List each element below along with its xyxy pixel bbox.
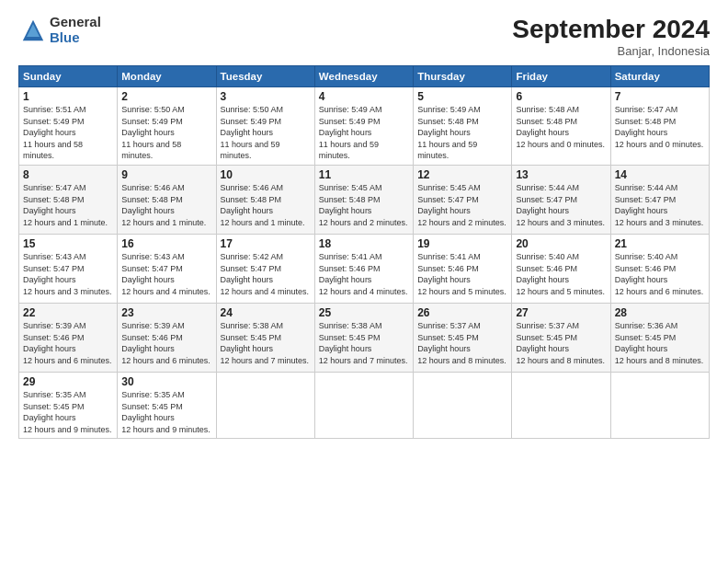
title-block: September 2024 Banjar, Indonesia [512, 15, 710, 58]
table-row: 30 Sunrise: 5:35 AMSunset: 5:45 PMDaylig… [118, 372, 216, 438]
day-info: Sunrise: 5:40 AMSunset: 5:46 PMDaylight … [615, 251, 705, 297]
day-info: Sunrise: 5:47 AMSunset: 5:48 PMDaylight … [23, 182, 113, 228]
day-info: Sunrise: 5:47 AMSunset: 5:48 PMDaylight … [615, 104, 705, 150]
table-row: 11 Sunrise: 5:45 AMSunset: 5:48 PMDaylig… [314, 165, 413, 234]
table-row: 4 Sunrise: 5:49 AMSunset: 5:49 PMDayligh… [314, 87, 413, 166]
day-number: 7 [615, 90, 705, 103]
month-title: September 2024 [512, 15, 710, 44]
day-number: 11 [319, 168, 409, 181]
table-row: 17 Sunrise: 5:42 AMSunset: 5:47 PMDaylig… [216, 234, 314, 303]
table-row: 14 Sunrise: 5:44 AMSunset: 5:47 PMDaylig… [610, 165, 709, 234]
day-info: Sunrise: 5:41 AMSunset: 5:46 PMDaylight … [319, 251, 409, 297]
table-row [314, 372, 413, 438]
table-row: 21 Sunrise: 5:40 AMSunset: 5:46 PMDaylig… [610, 234, 709, 303]
day-info: Sunrise: 5:42 AMSunset: 5:47 PMDaylight … [221, 251, 311, 297]
table-row: 13 Sunrise: 5:44 AMSunset: 5:47 PMDaylig… [512, 165, 610, 234]
day-number: 29 [23, 375, 113, 388]
table-row: 6 Sunrise: 5:48 AMSunset: 5:48 PMDayligh… [512, 87, 610, 166]
day-number: 6 [516, 90, 606, 103]
day-info: Sunrise: 5:35 AMSunset: 5:45 PMDaylight … [121, 389, 211, 435]
col-wednesday: Wednesday [314, 66, 413, 87]
day-info: Sunrise: 5:50 AMSunset: 5:49 PMDaylight … [221, 104, 311, 162]
day-info: Sunrise: 5:43 AMSunset: 5:47 PMDaylight … [23, 251, 113, 297]
col-saturday: Saturday [610, 66, 709, 87]
day-info: Sunrise: 5:49 AMSunset: 5:49 PMDaylight … [319, 104, 409, 162]
day-number: 20 [516, 237, 606, 250]
day-info: Sunrise: 5:37 AMSunset: 5:45 PMDaylight … [516, 320, 606, 366]
table-row: 3 Sunrise: 5:50 AMSunset: 5:49 PMDayligh… [216, 87, 314, 166]
day-info: Sunrise: 5:50 AMSunset: 5:49 PMDaylight … [121, 104, 211, 162]
day-number: 3 [221, 90, 311, 103]
day-number: 15 [23, 237, 113, 250]
table-row: 23 Sunrise: 5:39 AMSunset: 5:46 PMDaylig… [118, 303, 216, 372]
table-row: 25 Sunrise: 5:38 AMSunset: 5:45 PMDaylig… [314, 303, 413, 372]
day-info: Sunrise: 5:40 AMSunset: 5:46 PMDaylight … [516, 251, 606, 297]
table-row: 27 Sunrise: 5:37 AMSunset: 5:45 PMDaylig… [512, 303, 610, 372]
table-row: 22 Sunrise: 5:39 AMSunset: 5:46 PMDaylig… [19, 303, 118, 372]
day-number: 2 [121, 90, 211, 103]
day-info: Sunrise: 5:46 AMSunset: 5:48 PMDaylight … [121, 182, 211, 228]
day-info: Sunrise: 5:49 AMSunset: 5:48 PMDaylight … [417, 104, 507, 162]
location: Banjar, Indonesia [512, 44, 710, 58]
day-number: 24 [221, 306, 311, 319]
day-number: 9 [121, 168, 211, 181]
day-number: 25 [319, 306, 409, 319]
col-tuesday: Tuesday [216, 66, 314, 87]
day-number: 23 [121, 306, 211, 319]
table-row: 12 Sunrise: 5:45 AMSunset: 5:47 PMDaylig… [414, 165, 512, 234]
day-number: 1 [23, 90, 113, 103]
day-number: 13 [516, 168, 606, 181]
day-info: Sunrise: 5:46 AMSunset: 5:48 PMDaylight … [221, 182, 311, 228]
calendar-header-row: Sunday Monday Tuesday Wednesday Thursday… [19, 66, 710, 87]
logo-text: General Blue [50, 15, 101, 45]
table-row: 26 Sunrise: 5:37 AMSunset: 5:45 PMDaylig… [414, 303, 512, 372]
day-info: Sunrise: 5:38 AMSunset: 5:45 PMDaylight … [221, 320, 311, 366]
day-info: Sunrise: 5:39 AMSunset: 5:46 PMDaylight … [121, 320, 211, 366]
table-row: 16 Sunrise: 5:43 AMSunset: 5:47 PMDaylig… [118, 234, 216, 303]
table-row: 24 Sunrise: 5:38 AMSunset: 5:45 PMDaylig… [216, 303, 314, 372]
table-row: 10 Sunrise: 5:46 AMSunset: 5:48 PMDaylig… [216, 165, 314, 234]
table-row: 9 Sunrise: 5:46 AMSunset: 5:48 PMDayligh… [118, 165, 216, 234]
logo-icon [20, 17, 46, 43]
day-number: 12 [417, 168, 507, 181]
day-info: Sunrise: 5:38 AMSunset: 5:45 PMDaylight … [319, 320, 409, 366]
day-info: Sunrise: 5:35 AMSunset: 5:45 PMDaylight … [23, 389, 113, 435]
day-number: 26 [417, 306, 507, 319]
day-info: Sunrise: 5:51 AMSunset: 5:49 PMDaylight … [23, 104, 113, 162]
logo: General Blue [18, 15, 101, 45]
col-sunday: Sunday [19, 66, 118, 87]
table-row: 2 Sunrise: 5:50 AMSunset: 5:49 PMDayligh… [118, 87, 216, 166]
table-row: 29 Sunrise: 5:35 AMSunset: 5:45 PMDaylig… [19, 372, 118, 438]
day-number: 10 [221, 168, 311, 181]
day-info: Sunrise: 5:48 AMSunset: 5:48 PMDaylight … [516, 104, 606, 150]
day-info: Sunrise: 5:37 AMSunset: 5:45 PMDaylight … [417, 320, 507, 366]
day-number: 4 [319, 90, 409, 103]
day-number: 5 [417, 90, 507, 103]
table-row [216, 372, 314, 438]
table-row: 15 Sunrise: 5:43 AMSunset: 5:47 PMDaylig… [19, 234, 118, 303]
day-info: Sunrise: 5:39 AMSunset: 5:46 PMDaylight … [23, 320, 113, 366]
table-row: 8 Sunrise: 5:47 AMSunset: 5:48 PMDayligh… [19, 165, 118, 234]
day-number: 17 [221, 237, 311, 250]
day-number: 28 [615, 306, 705, 319]
day-info: Sunrise: 5:45 AMSunset: 5:47 PMDaylight … [417, 182, 507, 228]
table-row: 5 Sunrise: 5:49 AMSunset: 5:48 PMDayligh… [414, 87, 512, 166]
logo-blue-text: Blue [50, 30, 101, 46]
day-number: 18 [319, 237, 409, 250]
calendar: Sunday Monday Tuesday Wednesday Thursday… [18, 65, 710, 439]
day-info: Sunrise: 5:43 AMSunset: 5:47 PMDaylight … [121, 251, 211, 297]
table-row: 1 Sunrise: 5:51 AMSunset: 5:49 PMDayligh… [19, 87, 118, 166]
day-number: 16 [121, 237, 211, 250]
day-number: 14 [615, 168, 705, 181]
table-row [512, 372, 610, 438]
day-number: 21 [615, 237, 705, 250]
day-info: Sunrise: 5:45 AMSunset: 5:48 PMDaylight … [319, 182, 409, 228]
table-row: 28 Sunrise: 5:36 AMSunset: 5:45 PMDaylig… [610, 303, 709, 372]
col-monday: Monday [118, 66, 216, 87]
day-number: 27 [516, 306, 606, 319]
table-row: 20 Sunrise: 5:40 AMSunset: 5:46 PMDaylig… [512, 234, 610, 303]
day-info: Sunrise: 5:41 AMSunset: 5:46 PMDaylight … [417, 251, 507, 297]
day-number: 8 [23, 168, 113, 181]
day-number: 19 [417, 237, 507, 250]
header: General Blue September 2024 Banjar, Indo… [18, 15, 710, 58]
